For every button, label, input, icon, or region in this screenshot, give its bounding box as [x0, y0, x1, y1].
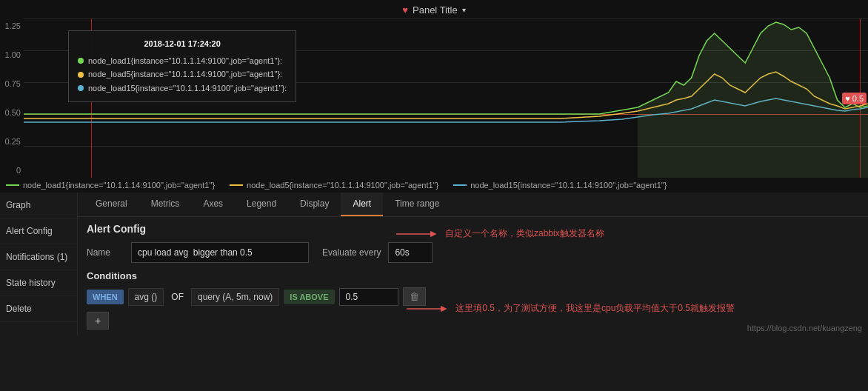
above-badge: IS ABOVE — [284, 290, 334, 304]
tooltip-dot-3 — [78, 85, 84, 91]
legend-line-2 — [230, 184, 243, 186]
tab-general[interactable]: General — [84, 193, 139, 216]
badge-value: 0.5 — [852, 94, 864, 103]
chart-legend: node_load1{instance="10.1.1.14:9100",job… — [0, 178, 868, 193]
sidebar-item-delete[interactable]: Delete — [0, 296, 77, 322]
bottom-panel: Graph Alert Config Notifications (1) Sta… — [0, 193, 868, 335]
y-label-075: 0.75 — [3, 79, 21, 88]
chevron-icon: ▾ — [462, 6, 466, 14]
sidebar-item-notifications[interactable]: Notifications (1) — [0, 244, 77, 270]
legend-item-2: node_load5{instance="10.1.1.14:9100",job… — [230, 181, 438, 190]
panel-title[interactable]: ♥ Panel Title ▾ — [0, 0, 868, 19]
annotation-2-text: 这里填0.5，为了测试方便，我这里是cpu负载平均值大于0.5就触发报警 — [455, 302, 735, 315]
y-label-025: 0.25 — [3, 137, 21, 146]
heart-icon: ♥ — [402, 4, 408, 16]
tab-metrics[interactable]: Metrics — [139, 193, 192, 216]
url-text: https://blog.csdn.net/kuangzeng — [747, 324, 862, 332]
func-value: avg () — [128, 288, 164, 306]
sidebar-item-graph[interactable]: Graph — [0, 193, 77, 218]
annotation-1: 自定义一个名称，类似zabbix触发器名称 — [396, 227, 604, 240]
arrow-1-icon — [396, 228, 441, 240]
legend-item-1: node_load1{instance="10.1.1.14:9100",job… — [6, 181, 215, 190]
panel-title-text: Panel Title — [413, 4, 458, 16]
sidebar-item-state-history[interactable]: State history — [0, 270, 77, 296]
conditions-title: Conditions — [87, 270, 859, 281]
legend-label-3: node_load15{instance="10.1.1.14:9100",jo… — [470, 181, 667, 190]
threshold-input[interactable] — [339, 288, 398, 306]
chart-container: ♥ Panel Title ▾ 1.25 1.00 0.75 0.50 0.25… — [0, 0, 868, 193]
tooltip-date: 2018-12-01 17:24:20 — [78, 37, 287, 51]
chart-area: 1.25 1.00 0.75 0.50 0.25 0 — [0, 19, 868, 178]
tooltip-item-2: node_load5{instance="10.1.1.14:9100",job… — [78, 67, 287, 81]
name-form-row: Name Evaluate every — [87, 242, 859, 263]
legend-label-2: node_load5{instance="10.1.1.14:9100",job… — [247, 181, 438, 190]
add-condition-button[interactable]: + — [87, 312, 109, 330]
tab-time-range[interactable]: Time range — [383, 193, 451, 216]
query-value: query (A, 5m, now) — [191, 288, 279, 306]
legend-line-1 — [6, 184, 19, 186]
name-label: Name — [87, 247, 124, 258]
alert-content: Alert Config Name Evaluate every 自定义一个名称… — [78, 217, 868, 335]
chart-plot: 2018-12-01 17:24:20 node_load1{instance=… — [24, 19, 868, 178]
sidebar-item-alert-config[interactable]: Alert Config — [0, 218, 77, 244]
annotation-1-text: 自定义一个名称，类似zabbix触发器名称 — [445, 227, 604, 240]
y-label-100: 1.00 — [3, 50, 21, 59]
main-content: General Metrics Axes Legend Display Aler… — [78, 193, 868, 335]
legend-line-3 — [453, 184, 467, 186]
y-label-050: 0.50 — [3, 108, 21, 117]
tab-legend[interactable]: Legend — [235, 193, 288, 216]
tooltip-label-1: node_load1{instance="10.1.1.14:9100",job… — [88, 54, 282, 68]
of-label: OF — [168, 289, 187, 305]
tab-axes[interactable]: Axes — [191, 193, 235, 216]
chart-tooltip: 2018-12-01 17:24:20 node_load1{instance=… — [68, 30, 296, 102]
tabs: General Metrics Axes Legend Display Aler… — [78, 193, 868, 217]
tooltip-dot-2 — [78, 72, 84, 78]
y-label-125: 1.25 — [3, 21, 21, 30]
conditions-section: Conditions WHEN avg () OF query (A, 5m, … — [87, 270, 859, 330]
name-input[interactable] — [131, 242, 309, 263]
tooltip-dot-1 — [78, 58, 84, 64]
evaluate-label: Evaluate every — [322, 247, 381, 258]
tooltip-label-3: node_load15{instance="10.1.1.14:9100",jo… — [88, 81, 287, 96]
tooltip-item-1: node_load1{instance="10.1.1.14:9100",job… — [78, 54, 287, 68]
left-nav: Graph Alert Config Notifications (1) Sta… — [0, 193, 78, 335]
svg-marker-0 — [638, 22, 868, 178]
evaluate-input[interactable] — [388, 242, 433, 263]
y-axis: 1.25 1.00 0.75 0.50 0.25 0 — [0, 19, 24, 178]
tab-display[interactable]: Display — [288, 193, 341, 216]
badge-heart: ♥ — [845, 94, 850, 103]
tooltip-item-3: node_load15{instance="10.1.1.14:9100",jo… — [78, 81, 287, 96]
y-label-0: 0 — [3, 166, 21, 175]
tooltip-label-2: node_load5{instance="10.1.1.14:9100",job… — [88, 67, 282, 81]
chart-badge: ♥ 0.5 — [842, 93, 867, 104]
arrow-2-icon — [407, 303, 451, 315]
legend-item-3: node_load15{instance="10.1.1.14:9100",jo… — [453, 181, 667, 190]
annotation-2: 这里填0.5，为了测试方便，我这里是cpu负载平均值大于0.5就触发报警 — [407, 302, 735, 315]
tab-alert[interactable]: Alert — [341, 193, 383, 216]
when-badge: WHEN — [87, 290, 124, 304]
legend-label-1: node_load1{instance="10.1.1.14:9100",job… — [23, 181, 215, 190]
